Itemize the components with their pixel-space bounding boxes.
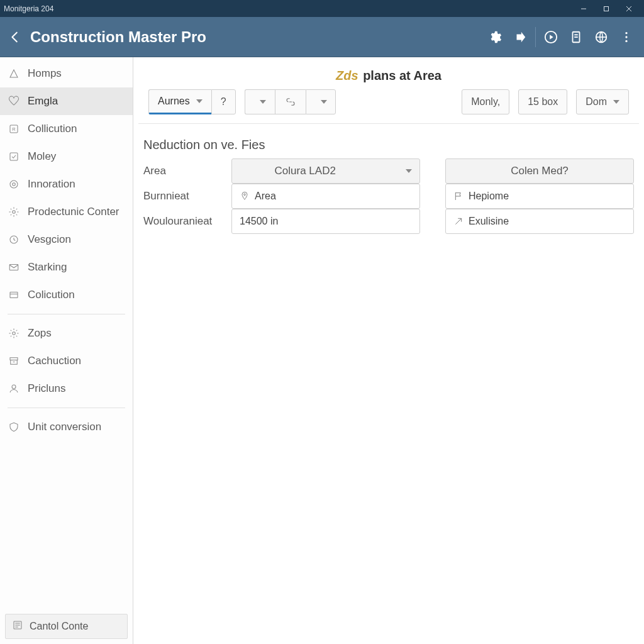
main-content: Zds plans at Area Aurnes ? Mon — [133, 57, 644, 644]
mail-icon — [8, 261, 20, 274]
settings-icon[interactable] — [482, 25, 508, 50]
head-colura-dropdown[interactable]: Colura LAD2 — [231, 158, 420, 184]
play-icon[interactable] — [538, 25, 564, 50]
input-woulouranieat-b[interactable]: Exulisine — [445, 209, 634, 234]
share-icon[interactable] — [508, 25, 533, 50]
back-button[interactable] — [0, 17, 30, 57]
sidebar-item-colicution[interactable]: Colicution — [0, 281, 133, 309]
sidebar-item-cachuction[interactable]: Cachuction — [0, 347, 133, 375]
page-title-accent: Zds — [336, 69, 358, 82]
svg-point-9 — [625, 31, 627, 33]
document-icon[interactable] — [564, 25, 589, 50]
window-title: Monitgeria 204 — [4, 4, 572, 13]
svg-rect-23 — [10, 358, 18, 360]
form-label-burnnieat: Burnnieat — [143, 184, 231, 209]
footer-button-label: Cantol Conte — [30, 621, 88, 632]
footer-button[interactable]: Cantol Conte — [5, 614, 128, 639]
svg-point-22 — [13, 332, 16, 335]
help-button[interactable]: ? — [211, 89, 236, 114]
form-grid: Area Colura LAD2 Colen Med? Burnnieat Ar… — [133, 158, 644, 234]
clock-icon — [8, 233, 20, 246]
sidebar-separator — [8, 314, 125, 314]
pin-icon — [240, 191, 250, 201]
svg-point-16 — [13, 183, 16, 186]
svg-point-15 — [10, 180, 18, 188]
sidebar: Homps Emgla R Collicution Moley Innorati… — [0, 57, 133, 644]
sidebar-item-innoration[interactable]: Innoration — [0, 170, 133, 198]
sidebar-item-prodectunic[interactable]: Prodectunic Conter — [0, 198, 133, 226]
more-icon[interactable] — [614, 25, 639, 50]
svg-rect-14 — [10, 153, 18, 160]
minimize-button[interactable] — [572, 0, 595, 17]
layout-icon — [8, 289, 20, 301]
window-titlebar: Monitgeria 204 — [0, 0, 644, 17]
dropdown-a[interactable] — [245, 89, 275, 114]
dom-dropdown[interactable]: Dom — [576, 89, 629, 114]
svg-rect-19 — [9, 265, 18, 270]
gear-icon — [8, 206, 20, 218]
svg-rect-20 — [10, 292, 18, 298]
toolbar: Aurnes ? Monly, 15 box Dom — [138, 89, 639, 124]
sidebar-item-label: Starking — [28, 261, 67, 274]
toolbar-primary-group: Aurnes ? — [148, 89, 236, 114]
sidebar-item-emgla[interactable]: Emgla — [0, 87, 133, 115]
app-title: Construction Master Pro — [30, 28, 482, 46]
sidebar-item-collicution[interactable]: R Collicution — [0, 115, 133, 143]
sidebar-item-label: Homps — [28, 67, 62, 80]
sidebar-item-label: Cachuction — [28, 355, 81, 367]
sidebar-item-vesgcion[interactable]: Vesgcion — [0, 226, 133, 253]
monly-button[interactable]: Monly, — [462, 89, 509, 114]
svg-rect-1 — [604, 6, 609, 11]
person-icon — [8, 382, 20, 395]
sidebar-item-label: Innoration — [28, 178, 75, 191]
sidebar-item-homps[interactable]: Homps — [0, 60, 133, 87]
close-button[interactable] — [618, 0, 640, 17]
primary-dropdown[interactable]: Aurnes — [148, 89, 211, 114]
maximize-button[interactable] — [595, 0, 618, 17]
globe-icon[interactable] — [589, 25, 614, 50]
input-burnnieat-b[interactable]: Hepiome — [445, 184, 634, 209]
page-title-text: plans at Area — [363, 69, 441, 82]
arrow-icon — [453, 216, 464, 226]
sidebar-item-label: Vesgcion — [28, 233, 71, 246]
news-icon — [12, 619, 23, 633]
archive-icon — [8, 355, 20, 367]
triangle-icon — [8, 67, 20, 80]
sidebar-item-label: Prodectunic Conter — [28, 206, 119, 218]
svg-point-17 — [13, 211, 16, 214]
sidebar-item-zops[interactable]: Zops — [0, 319, 133, 347]
dropdown-b[interactable] — [306, 89, 336, 114]
svg-point-10 — [625, 36, 627, 38]
input-burnnieat-a[interactable]: Area — [231, 184, 420, 209]
sidebar-item-label: Emgla — [28, 95, 58, 108]
toolbar-mid-group — [245, 89, 336, 114]
svg-point-31 — [244, 194, 246, 196]
gear2-icon — [8, 327, 20, 340]
flag-icon — [453, 191, 464, 201]
sidebar-item-label: Colicution — [28, 289, 75, 301]
form-label-woulouranieat: Woulouranieat — [143, 209, 231, 234]
input-woulouranieat-a[interactable]: 14500 in — [231, 209, 420, 234]
page-title: Zds plans at Area — [133, 57, 644, 89]
sidebar-item-starking[interactable]: Starking — [0, 253, 133, 281]
box-button[interactable]: 15 box — [518, 89, 567, 114]
head-colen[interactable]: Colen Med? — [445, 158, 634, 184]
sidebar-separator — [8, 408, 125, 408]
heart-icon — [8, 95, 20, 108]
sidebar-item-unit-conversion[interactable]: Unit conversion — [0, 413, 133, 441]
sidebar-item-label: Collicution — [28, 123, 77, 135]
square-r-icon: R — [8, 123, 20, 135]
svg-point-26 — [12, 385, 16, 389]
sidebar-item-label: Zops — [28, 327, 52, 340]
link-icon-button[interactable] — [275, 89, 306, 114]
header-divider — [535, 27, 536, 47]
sidebar-item-pricluns[interactable]: Pricluns — [0, 375, 133, 402]
sidebar-item-moley[interactable]: Moley — [0, 143, 133, 170]
sidebar-item-label: Moley — [28, 150, 56, 163]
form-label-area: Area — [143, 158, 231, 184]
sidebar-item-label: Pricluns — [28, 382, 65, 395]
svg-point-11 — [625, 40, 627, 42]
svg-text:R: R — [12, 126, 16, 132]
circle-icon — [8, 178, 20, 191]
app-header: Construction Master Pro — [0, 17, 644, 57]
